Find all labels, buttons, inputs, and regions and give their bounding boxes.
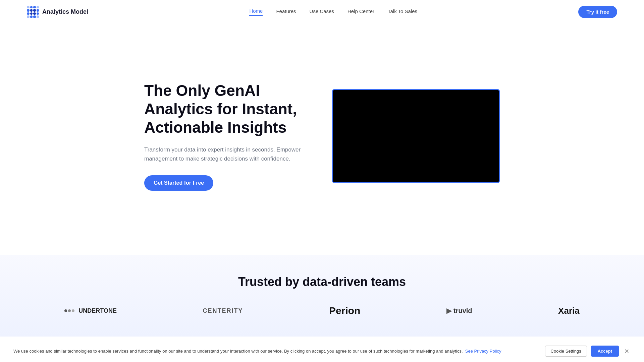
logo-truvid: ▶ truvid (446, 307, 472, 315)
nav-links: Home Features Use Cases Help Center Talk… (249, 8, 417, 16)
trusted-heading: Trusted by data-driven teams (27, 275, 617, 289)
nav-link-talk-to-sales[interactable]: Talk To Sales (388, 8, 417, 15)
nav-link-home[interactable]: Home (249, 8, 263, 16)
nav-try-it-free-button[interactable]: Try it free (578, 6, 617, 18)
cookie-settings-button[interactable]: Cookie Settings (545, 346, 587, 357)
logo-text: Analytics Model (42, 8, 88, 15)
hero-section: The Only GenAI Analytics for Instant, Ac… (87, 24, 557, 255)
logos-row: UNDERTONE CENTERITY Perion ▶ truvid Xari… (27, 305, 617, 316)
trusted-section: Trusted by data-driven teams UNDERTONE C… (0, 255, 644, 337)
undertone-icon (64, 309, 74, 312)
truvid-chevron-icon: ▶ (446, 307, 451, 315)
logo-xaria: Xaria (558, 306, 580, 316)
cookie-accept-button[interactable]: Accept (591, 346, 619, 357)
cookie-actions: Cookie Settings Accept ✕ (545, 346, 631, 357)
hero-title: The Only GenAI Analytics for Instant, Ac… (144, 81, 305, 137)
hero-subtitle: Transform your data into expert insights… (144, 145, 305, 163)
hero-video-placeholder (332, 89, 500, 183)
cookie-privacy-link[interactable]: See Privacy Policy (465, 349, 501, 354)
nav-link-use-cases[interactable]: Use Cases (310, 8, 334, 15)
navbar: Analytics Model Home Features Use Cases … (0, 0, 644, 24)
hero-cta-button[interactable]: Get Started for Free (144, 175, 213, 191)
logo-link[interactable]: Analytics Model (27, 6, 88, 18)
logo-icon (27, 6, 39, 18)
nav-link-features[interactable]: Features (276, 8, 296, 15)
cookie-close-button[interactable]: ✕ (623, 346, 631, 357)
cookie-message: We use cookies and similar technologies … (13, 348, 538, 355)
logo-undertone: UNDERTONE (64, 307, 117, 314)
logo-perion: Perion (329, 305, 360, 316)
logo-centerity: CENTERITY (203, 307, 243, 314)
hero-content: The Only GenAI Analytics for Instant, Ac… (144, 81, 305, 191)
nav-link-help-center[interactable]: Help Center (347, 8, 374, 15)
cookie-banner: We use cookies and similar technologies … (0, 340, 644, 362)
